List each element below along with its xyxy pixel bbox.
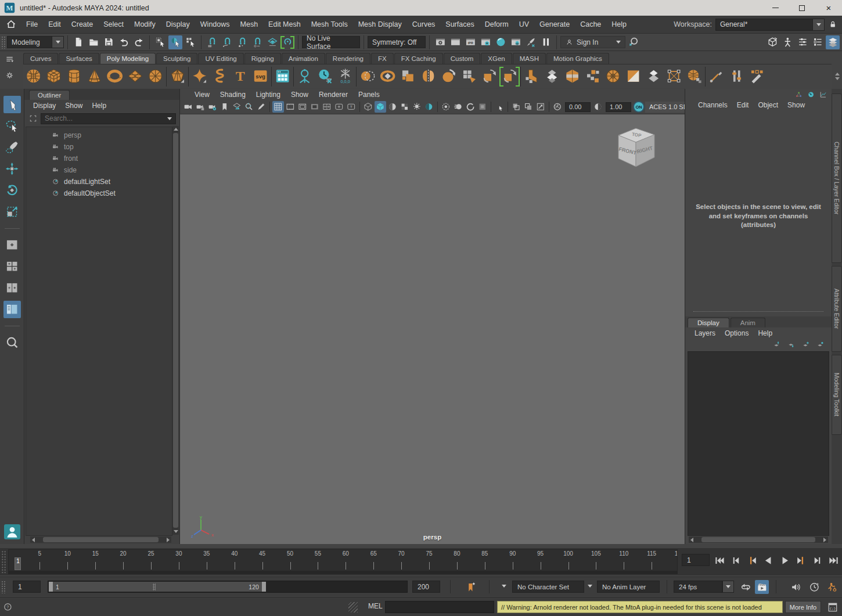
redo-icon[interactable] [132,35,146,49]
snap-active-icon[interactable] [280,35,294,49]
lasso-tool[interactable] [3,117,21,135]
menu-set-select[interactable]: Modeling [7,36,52,48]
outliner-menu-help[interactable]: Help [88,102,110,110]
duplicate-face-icon[interactable] [643,66,664,87]
freeze-transform-icon[interactable]: 0,0,0 [335,66,355,87]
camera-slice-icon[interactable] [535,101,546,113]
viewport-menu-panels[interactable]: Panels [353,91,385,99]
snap-grid-icon[interactable] [205,35,219,49]
statusline-grip[interactable] [1,36,6,49]
undo-icon[interactable] [117,35,131,49]
menu-mesh-display[interactable]: Mesh Display [353,16,407,33]
xray-icon[interactable] [510,101,522,113]
anti-alias-icon[interactable] [465,101,476,113]
outliner-search-input[interactable] [45,114,167,123]
symmetry-field[interactable]: Symmetry: Off [368,36,426,48]
menu-file[interactable]: File [21,16,43,33]
workspace-lock-icon[interactable] [828,19,837,30]
menu-help[interactable]: Help [606,16,632,33]
select-by-name-icon[interactable] [28,113,38,124]
contrast-field[interactable]: 1.00 [606,102,631,112]
outliner-tab[interactable]: Outliner [29,90,70,100]
mirror-icon[interactable] [418,66,438,87]
render-setup-icon[interactable] [509,35,523,49]
layer-editor-tab-anim[interactable]: Anim [731,318,765,327]
loop-playback-icon[interactable] [739,580,753,594]
animation-end-field[interactable]: 200 [412,581,440,593]
use-default-material-icon[interactable] [399,101,411,113]
bevel-icon[interactable] [542,66,562,87]
snap-curve-icon[interactable] [220,35,234,49]
shelf-tab-curves[interactable]: Curves [23,53,58,64]
home-icon[interactable] [3,18,19,31]
viewport-canvas[interactable]: TOP FRONT RIGHT y x z persp [180,114,685,544]
script-editor-icon[interactable]: {;} [826,600,839,614]
toolbox-zoom-icon[interactable] [3,334,21,351]
shelf-tab-sculpting[interactable]: Sculpting [156,53,197,64]
view-cube[interactable]: TOP FRONT RIGHT [611,125,660,179]
outliner-item-defaultObjectSet[interactable]: defaultObjectSet [26,188,172,199]
create-empty-layer-icon[interactable] [801,340,811,349]
command-input[interactable] [385,601,494,613]
connect-tool-icon[interactable] [726,66,747,87]
rangebar-grip[interactable] [1,581,6,593]
smooth-shade-icon[interactable] [375,101,386,113]
grease-pencil-icon[interactable] [256,101,267,113]
shelf-tab-fx[interactable]: FX [371,53,394,64]
channel-graph-icon[interactable] [818,91,828,99]
outliner-menu-show[interactable]: Show [61,102,87,110]
previous-key-button[interactable] [744,553,760,568]
live-surface-field[interactable]: No Live Surface [302,36,360,48]
fps-dropdown-arrow[interactable] [722,581,734,593]
motion-blur-icon[interactable] [452,101,464,113]
side-tab-modeling-toolkit[interactable]: Modeling Toolkit [832,355,842,435]
shelf-menu-icon[interactable] [3,53,16,65]
scale-tool[interactable] [3,203,21,221]
go-to-end-button[interactable] [826,553,841,568]
render-current-frame-icon[interactable] [448,35,462,49]
platonic-solid-icon[interactable] [167,66,188,87]
poly-cube-icon[interactable] [44,66,64,87]
rotate-tool[interactable] [3,182,21,199]
auto-keyframe-icon[interactable] [825,580,839,594]
poly-sphere-icon[interactable] [23,66,44,87]
pause-viewport-icon[interactable] [539,35,553,49]
view-transform-select[interactable]: ACES 1.0 SDR-v [645,102,685,113]
shelf-tab-rendering[interactable]: Rendering [326,53,370,64]
transform-cage-icon[interactable] [664,66,684,87]
layout-single-pane-button[interactable] [3,236,21,254]
channel-box-toggle-icon[interactable] [796,35,809,49]
poly-helix-icon[interactable] [210,66,230,87]
menu-edit[interactable]: Edit [43,16,66,33]
range-end-handle[interactable] [262,582,266,592]
move-tool[interactable] [3,160,21,178]
channelbox-menu-edit[interactable]: Edit [732,101,754,109]
retopologize-icon[interactable] [499,66,520,87]
occlusion-icon[interactable] [440,101,452,113]
svg-create-icon[interactable]: svg [250,66,271,87]
gate-mask-icon[interactable] [309,101,321,113]
play-forward-button[interactable] [777,553,792,568]
create-layer-from-selected-icon[interactable] [815,340,826,349]
viewport-panel[interactable]: ViewShadingLightingShowRendererPanels T … [180,89,685,544]
shelf-tab-mash[interactable]: MASH [513,53,546,64]
maximize-button[interactable] [789,0,815,16]
character-set-select[interactable]: No Character Set [512,581,584,593]
quad-draw-icon[interactable] [459,66,479,87]
search-filter-arrow[interactable] [167,117,172,120]
project-curve-icon[interactable] [623,66,643,87]
layer-menu-options[interactable]: Options [720,329,753,337]
circularize-icon[interactable] [603,66,623,87]
channel-manip-icon[interactable] [794,91,804,99]
viewport-menu-shading[interactable]: Shading [215,91,251,99]
layout-outliner-persp-button[interactable] [3,301,21,318]
exposure-field[interactable]: 0.00 [565,102,591,112]
gamma-toggle[interactable]: ON [633,101,645,113]
snap-point-icon[interactable] [235,35,249,49]
outliner-item-defaultLightSet[interactable]: defaultLightSet [26,176,172,188]
open-scene-icon[interactable] [87,35,100,49]
playback-options-icon[interactable] [755,580,769,594]
sign-in-button[interactable]: Sign In [560,36,625,48]
resolution-gate-icon[interactable] [297,101,308,113]
menu-deform[interactable]: Deform [480,16,514,33]
